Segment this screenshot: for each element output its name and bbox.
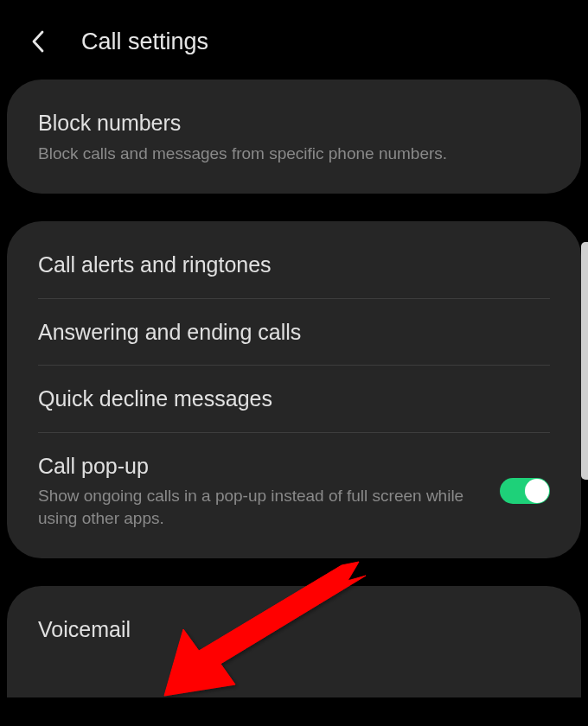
card-call-options: Call alerts and ringtones Answering and …	[7, 221, 581, 558]
list-item-quick-decline[interactable]: Quick decline messages	[7, 366, 581, 432]
item-text: Call pop-up Show ongoing calls in a pop-…	[38, 452, 500, 530]
card-block: Block numbers Block calls and messages f…	[7, 80, 581, 194]
item-title: Voicemail	[38, 615, 550, 644]
item-subtitle: Block calls and messages from specific p…	[38, 143, 550, 165]
toggle-thumb	[525, 479, 549, 503]
card-voicemail: Voicemail	[7, 586, 581, 697]
item-title: Block numbers	[38, 109, 550, 137]
toggle-switch[interactable]	[500, 478, 550, 504]
item-title: Call pop-up	[38, 452, 483, 481]
item-title: Call alerts and ringtones	[38, 251, 550, 279]
item-title: Answering and ending calls	[38, 318, 550, 347]
list-item-answering-ending[interactable]: Answering and ending calls	[7, 299, 581, 366]
list-item-call-popup[interactable]: Call pop-up Show ongoing calls in a pop-…	[7, 433, 581, 549]
item-title: Quick decline messages	[38, 385, 550, 413]
header: Call settings	[0, 0, 588, 80]
item-subtitle: Show ongoing calls in a pop-up instead o…	[38, 485, 483, 529]
list-item-block-numbers[interactable]: Block numbers Block calls and messages f…	[7, 90, 581, 183]
list-item-call-alerts[interactable]: Call alerts and ringtones	[7, 232, 581, 298]
page-title: Call settings	[81, 29, 208, 55]
list-item-voicemail[interactable]: Voicemail	[7, 596, 581, 663]
scrollbar[interactable]	[581, 242, 588, 480]
back-icon[interactable]	[17, 24, 61, 59]
